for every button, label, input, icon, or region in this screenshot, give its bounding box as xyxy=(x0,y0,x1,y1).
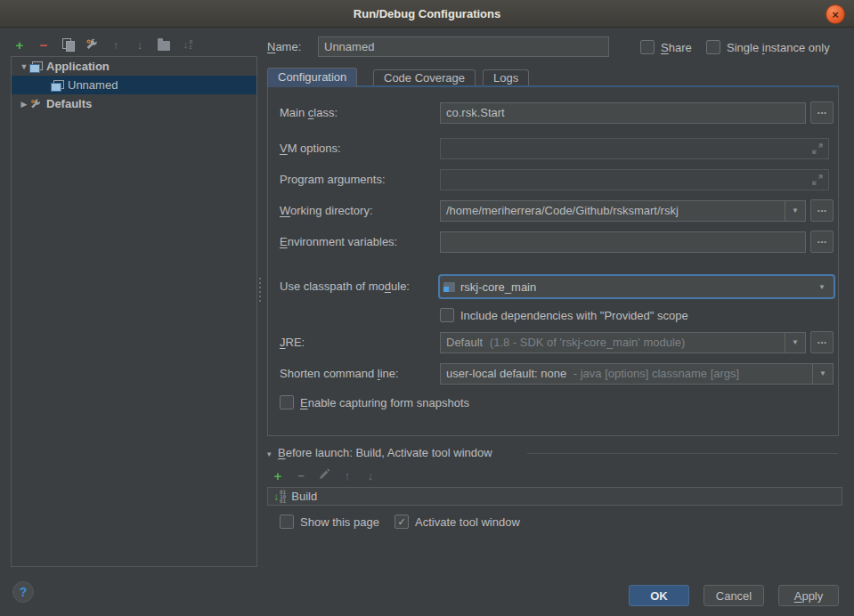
expand-field-icon[interactable] xyxy=(810,173,825,190)
move-down-button[interactable]: ↓ xyxy=(133,37,147,52)
minus-icon: − xyxy=(297,469,305,482)
section-rule xyxy=(527,453,838,454)
checkbox-label: Enable capturing form snapshots xyxy=(300,396,469,409)
before-launch-title: Before launch: Build, Activate tool wind… xyxy=(278,442,492,464)
plus-icon: + xyxy=(16,37,24,53)
module-combobox[interactable]: rskj-core_main ▼ xyxy=(438,274,835,299)
environment-variables-browse-button[interactable]: ... xyxy=(810,231,834,253)
tree-item-defaults[interactable]: ▶ Defaults xyxy=(12,94,256,113)
checkbox-box xyxy=(280,515,294,529)
move-up-button[interactable]: ↑ xyxy=(109,37,123,52)
program-arguments-input[interactable] xyxy=(440,169,829,190)
shorten-command-line-label: Shorten command line: xyxy=(280,363,399,385)
dropdown-arrow-icon[interactable]: ▼ xyxy=(785,333,805,353)
checkbox-box xyxy=(280,395,294,409)
checkbox-label: Activate tool window xyxy=(415,515,520,529)
close-button[interactable]: × xyxy=(826,4,845,24)
name-input[interactable]: Unnamed xyxy=(318,36,609,57)
edit-task-button[interactable] xyxy=(317,468,331,482)
main-class-browse-button[interactable]: ... xyxy=(810,101,834,124)
collapse-arrow-icon[interactable]: ▶ xyxy=(19,100,29,109)
cancel-button[interactable]: Cancel xyxy=(704,585,764,606)
working-directory-browse-button[interactable]: ... xyxy=(810,199,834,222)
minus-icon: − xyxy=(40,37,48,53)
dialog-title: Run/Debug Configurations xyxy=(354,7,500,20)
program-arguments-label: Program arguments: xyxy=(280,169,386,190)
jre-browse-button[interactable]: ... xyxy=(810,331,834,353)
remove-configuration-button[interactable]: − xyxy=(37,37,51,52)
help-button[interactable]: ? xyxy=(12,581,34,603)
checkbox-label: Show this page xyxy=(300,515,379,529)
main-class-input[interactable]: co.rsk.Start xyxy=(440,102,806,124)
arrow-up-icon: ↑ xyxy=(345,469,351,482)
expand-field-icon[interactable] xyxy=(810,142,825,159)
name-label: Name: xyxy=(267,36,301,58)
vm-options-input[interactable] xyxy=(440,138,829,159)
remove-task-button[interactable]: − xyxy=(294,468,308,482)
checkbox-box xyxy=(706,40,720,54)
tree-item-application[interactable]: ▼ Application xyxy=(12,57,256,76)
dropdown-arrow-icon[interactable]: ▼ xyxy=(785,201,805,221)
expand-arrow-icon[interactable]: ▼ xyxy=(19,62,29,71)
checkbox-label: Share xyxy=(661,41,692,54)
copy-configuration-button[interactable] xyxy=(61,37,75,52)
tree-item-unnamed[interactable]: Unnamed xyxy=(12,76,256,94)
edit-defaults-button[interactable] xyxy=(85,37,99,52)
tree-item-label: Application xyxy=(46,60,110,73)
jre-combobox[interactable]: Default (1.8 - SDK of 'rskj-core_main' m… xyxy=(440,332,806,353)
vm-options-label: VM options: xyxy=(280,138,341,159)
before-launch-toolbar: + − ↑ ↓ xyxy=(271,468,378,482)
new-folder-button[interactable] xyxy=(157,37,171,52)
arrow-down-icon: ↓ xyxy=(137,38,143,52)
ellipsis-icon: ... xyxy=(817,232,827,246)
checkbox-box xyxy=(440,308,454,322)
tree-item-label: Defaults xyxy=(46,97,92,110)
module-icon xyxy=(443,282,455,292)
share-checkbox[interactable]: Share xyxy=(640,40,692,54)
jre-label: JRE: xyxy=(280,332,305,353)
environment-variables-input[interactable] xyxy=(440,231,806,253)
tree-item-label: Unnamed xyxy=(68,78,118,92)
shorten-command-line-combobox[interactable]: user-local default: none - java [options… xyxy=(440,363,834,385)
section-collapse-icon[interactable]: ▾ xyxy=(267,443,272,465)
arrow-up-icon: ↑ xyxy=(113,38,119,52)
help-icon: ? xyxy=(20,585,28,599)
run-debug-configurations-dialog: Run/Debug Configurations × + − ↑ ↓ ↓ az … xyxy=(0,0,854,616)
add-configuration-button[interactable]: + xyxy=(12,37,27,52)
activate-tool-window-checkbox[interactable]: ✓ Activate tool window xyxy=(394,515,520,529)
sort-configurations-button[interactable]: ↓ az xyxy=(181,37,195,52)
move-task-up-button[interactable]: ↑ xyxy=(340,468,354,482)
main-class-label: Main class: xyxy=(280,102,338,124)
configurations-toolbar: + − ↑ ↓ ↓ az xyxy=(12,36,195,53)
splitter-handle[interactable] xyxy=(259,278,262,302)
close-icon: × xyxy=(832,9,839,20)
checkbox-box: ✓ xyxy=(394,515,409,529)
application-icon xyxy=(51,80,63,91)
ellipsis-icon: ... xyxy=(817,103,827,117)
arrow-down-icon: ↓ xyxy=(368,469,374,482)
application-icon xyxy=(29,61,42,72)
ok-button[interactable]: OK xyxy=(629,585,689,606)
before-launch-task-build[interactable]: ↓ 011001 Build xyxy=(267,487,842,506)
dropdown-arrow-icon[interactable]: ▼ xyxy=(814,283,830,291)
task-label: Build xyxy=(291,490,317,503)
include-provided-scope-checkbox[interactable]: Include dependencies with "Provided" sco… xyxy=(440,308,688,322)
form-snapshots-checkbox[interactable]: Enable capturing form snapshots xyxy=(280,395,469,409)
copy-icon xyxy=(62,38,74,51)
titlebar[interactable]: Run/Debug Configurations × xyxy=(0,0,854,28)
folder-icon xyxy=(158,41,170,51)
show-this-page-checkbox[interactable]: Show this page xyxy=(280,515,379,529)
wrench-icon xyxy=(29,98,42,110)
add-task-button[interactable]: + xyxy=(271,468,285,482)
environment-variables-label: Environment variables: xyxy=(280,231,397,253)
ellipsis-icon: ... xyxy=(817,201,827,215)
checkbox-label: Single instance only xyxy=(727,41,830,54)
dropdown-arrow-icon[interactable]: ▼ xyxy=(812,364,833,384)
tab-code-coverage[interactable]: Code Coverage xyxy=(373,69,476,86)
working-directory-combobox[interactable]: /home/meriherrera/Code/Github/rsksmart/r… xyxy=(440,200,806,222)
tab-logs[interactable]: Logs xyxy=(483,69,529,86)
apply-button[interactable]: Apply xyxy=(778,585,839,606)
tab-configuration[interactable]: Configuration xyxy=(267,68,357,87)
single-instance-checkbox[interactable]: Single instance only xyxy=(706,40,830,54)
move-task-down-button[interactable]: ↓ xyxy=(363,468,378,482)
